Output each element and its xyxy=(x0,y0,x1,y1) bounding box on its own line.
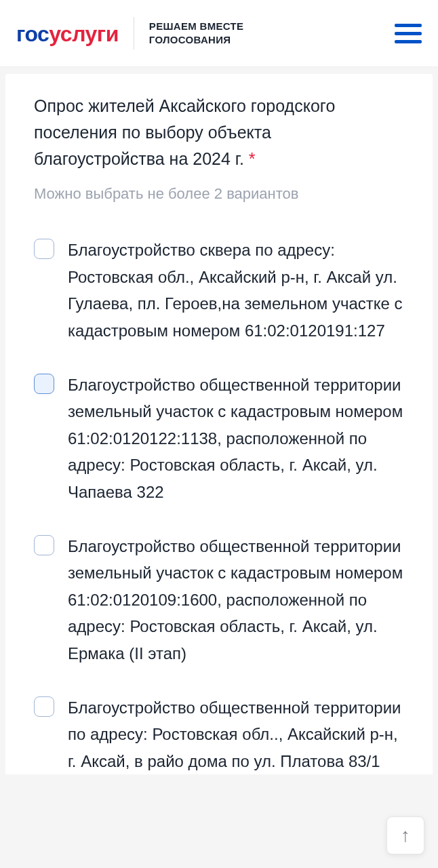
header-left: госуслуги РЕШАЕМ ВМЕСТЕ ГОЛОСОВАНИЯ xyxy=(16,17,243,50)
hamburger-menu-icon[interactable] xyxy=(395,24,422,43)
subtitle-line-2: ГОЛОСОВАНИЯ xyxy=(149,33,243,47)
option-text: Благоустройство сквера по адресу: Ростов… xyxy=(68,237,404,344)
poll-question-title: Опрос жителей Аксайского городского посе… xyxy=(34,93,404,172)
poll-option[interactable]: Благоустройство общественной территории … xyxy=(34,533,404,667)
poll-title-text: Опрос жителей Аксайского городского посе… xyxy=(34,96,335,168)
checkbox[interactable] xyxy=(34,239,54,259)
required-asterisk: * xyxy=(249,149,256,168)
subtitle-line-1: РЕШАЕМ ВМЕСТЕ xyxy=(149,20,243,33)
arrow-up-icon: ↑ xyxy=(401,825,410,846)
poll-option[interactable]: Благоустройство общественной территории … xyxy=(34,694,404,775)
logo-part-gos: гос xyxy=(16,22,49,46)
scroll-to-top-button[interactable]: ↑ xyxy=(386,816,424,854)
checkbox[interactable] xyxy=(34,374,54,394)
poll-hint: Можно выбрать не более 2 вариантов xyxy=(34,185,404,203)
logo-part-uslugi: услуги xyxy=(49,22,119,46)
checkbox[interactable] xyxy=(34,535,54,555)
gosuslugi-logo[interactable]: госуслуги xyxy=(16,20,119,47)
header-subtitle: РЕШАЕМ ВМЕСТЕ ГОЛОСОВАНИЯ xyxy=(149,20,243,47)
poll-content: Опрос жителей Аксайского городского посе… xyxy=(5,74,433,774)
poll-option[interactable]: Благоустройство общественной территории … xyxy=(34,372,404,506)
checkbox[interactable] xyxy=(34,696,54,717)
option-text: Благоустройство общественной территории … xyxy=(68,533,404,667)
option-text: Благоустройство общественной территории … xyxy=(68,372,404,506)
option-text: Благоустройство общественной территории … xyxy=(68,694,404,775)
header: госуслуги РЕШАЕМ ВМЕСТЕ ГОЛОСОВАНИЯ xyxy=(0,0,438,67)
header-divider xyxy=(134,17,134,50)
poll-option[interactable]: Благоустройство сквера по адресу: Ростов… xyxy=(34,237,404,344)
